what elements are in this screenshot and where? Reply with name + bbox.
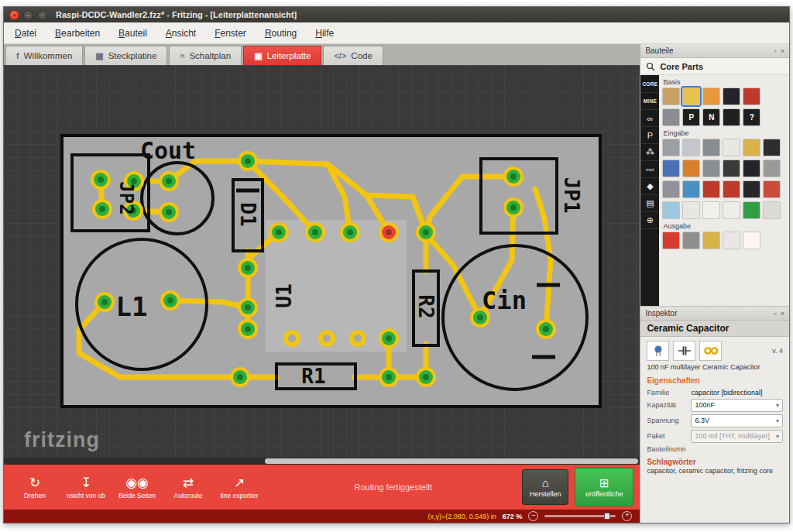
- close-panel-icon[interactable]: ×: [781, 47, 784, 55]
- menu-datei[interactable]: Datei: [15, 28, 36, 39]
- kapazitaet-dropdown[interactable]: 100nF▾: [691, 399, 783, 412]
- part-rotary-potentiometer[interactable]: [662, 139, 680, 156]
- part-pushbutton[interactable]: [763, 139, 781, 156]
- part-tilt-sensor[interactable]: [662, 201, 680, 219]
- part-ceramic-capacitor[interactable]: [682, 88, 700, 105]
- part-flex-sensor[interactable]: [682, 201, 700, 219]
- pcb-view-icon[interactable]: [699, 341, 722, 361]
- fabricate-button[interactable]: ⌂ Herstellen: [522, 469, 568, 505]
- undock-icon[interactable]: ▫: [774, 310, 777, 317]
- maximize-window-button[interactable]: ▫: [37, 10, 47, 20]
- part-piezo[interactable]: [763, 160, 781, 177]
- menu-routing[interactable]: Routing: [265, 28, 297, 39]
- breadboard-view-icon[interactable]: [647, 341, 669, 361]
- autoroute-button[interactable]: ⇄ Autoroute: [163, 475, 213, 499]
- undock-icon[interactable]: ▫: [774, 47, 777, 55]
- part-ruler[interactable]: [723, 201, 740, 219]
- part-diode[interactable]: [662, 108, 680, 126]
- tab-steckplatine[interactable]: ▦ Steckplatine: [84, 46, 167, 65]
- component-label-cout[interactable]: Cout: [140, 137, 196, 164]
- part-dip-switch[interactable]: [723, 139, 740, 156]
- part-film-capacitor[interactable]: [702, 88, 720, 105]
- part-lcd[interactable]: [723, 232, 740, 249]
- menu-bauteil[interactable]: Bauteil: [118, 28, 147, 39]
- part-pnp-transistor[interactable]: P: [682, 108, 700, 126]
- parts-bin-title-row[interactable]: Core Parts: [640, 58, 789, 75]
- part-rotary-encoder[interactable]: [682, 160, 700, 177]
- menu-ansicht[interactable]: Ansicht: [166, 28, 196, 39]
- component-label-cin[interactable]: Cin: [482, 286, 527, 315]
- rail-more[interactable]: ⊕: [641, 212, 659, 229]
- export-pcb-button[interactable]: ↗ tine exportier: [215, 475, 264, 499]
- rotate-button[interactable]: ↻ Drehen: [10, 475, 60, 499]
- part-slide-potentiometer[interactable]: [662, 160, 680, 177]
- menu-bearbeiten[interactable]: Bearbeiten: [55, 28, 100, 39]
- part-transistor-to92[interactable]: [743, 180, 760, 198]
- component-label-r1[interactable]: R1: [301, 365, 325, 388]
- schematic-view-icon[interactable]: [673, 341, 695, 361]
- part-led-matrix[interactable]: [743, 232, 760, 249]
- tab-code[interactable]: </> Code: [323, 46, 383, 65]
- rail-sparkfun[interactable]: ◆: [641, 178, 659, 195]
- part-force-sensor[interactable]: [763, 180, 781, 198]
- part-mystery-part[interactable]: ?: [743, 108, 760, 126]
- part-trim-potentiometer[interactable]: [682, 139, 700, 156]
- zoom-in-button[interactable]: +: [622, 511, 632, 521]
- tab-willkommen[interactable]: f Willkommen: [5, 46, 83, 65]
- part-distance-sensor[interactable]: [662, 180, 680, 198]
- zoom-slider[interactable]: [544, 515, 616, 517]
- component-label-u1[interactable]: U1: [273, 283, 296, 307]
- rail-intel[interactable]: intel: [641, 161, 659, 178]
- rail-snootlab[interactable]: ▤: [641, 195, 659, 212]
- part-electret-microphone[interactable]: [743, 139, 760, 156]
- part-piezo-buzzer[interactable]: [702, 232, 720, 249]
- component-label-jp2[interactable]: JP2: [115, 181, 137, 215]
- rail-parallax[interactable]: P: [641, 127, 659, 144]
- part-misc-part[interactable]: [763, 201, 781, 219]
- tab-leiterplatte[interactable]: ▣ Leiterplatte: [243, 46, 321, 65]
- part-tactile-button[interactable]: [723, 160, 740, 177]
- component-label-d1[interactable]: D1: [236, 202, 259, 226]
- zoom-slider-thumb[interactable]: [604, 513, 610, 520]
- menu-fenster[interactable]: Fenster: [215, 28, 246, 39]
- part-accelerometer[interactable]: [682, 180, 700, 198]
- part-rfid-id12[interactable]: [702, 201, 720, 219]
- component-label-r2[interactable]: R2: [414, 294, 438, 318]
- part-slide-switch[interactable]: [743, 160, 760, 177]
- pcb-drawing[interactable]: CoutJP2D1JP1L1U1R1R2Cin: [4, 65, 640, 465]
- rail-core[interactable]: CORE: [641, 76, 659, 93]
- publish-button[interactable]: ⊞ eröffentliche: [575, 468, 633, 506]
- minimize-window-button[interactable]: –: [23, 10, 33, 20]
- part-toggle-switch[interactable]: [702, 160, 720, 177]
- both-sides-button[interactable]: ◉◉ Beide Seiten: [112, 475, 162, 499]
- zoom-out-button[interactable]: −: [528, 511, 538, 521]
- component-label-jp1[interactable]: JP1: [560, 177, 583, 214]
- paket-dropdown[interactable]: 100 mil [THT, multilayer]▾: [691, 430, 783, 443]
- tab-schaltplan[interactable]: ≈ Schaltplan: [169, 46, 242, 65]
- part-sparkfun-sensor[interactable]: [702, 180, 720, 198]
- close-panel-icon[interactable]: ×: [781, 310, 784, 317]
- part-sparkfun-breakout[interactable]: [723, 180, 740, 198]
- part-rotary-switch[interactable]: [702, 139, 720, 156]
- menu-hilfe[interactable]: Hilfe: [315, 28, 334, 39]
- prop-row-bauteilnummer: Bauteilnumn: [640, 444, 789, 454]
- part-inductor[interactable]: [743, 88, 760, 105]
- part-electrolytic-capacitor[interactable]: [723, 88, 740, 105]
- horizontal-scrollbar[interactable]: [4, 458, 640, 465]
- part-npn-transistor[interactable]: N: [702, 108, 720, 126]
- schematic-icon: ≈: [180, 51, 184, 60]
- part-resistor[interactable]: [662, 88, 680, 105]
- part-ic[interactable]: [723, 108, 740, 126]
- part-ic-green[interactable]: [743, 201, 760, 219]
- scrollbar-thumb[interactable]: [265, 458, 639, 464]
- view-from-top-button[interactable]: ↧ nsicht von ob: [61, 475, 111, 499]
- pcb-canvas[interactable]: CoutJP2D1JP1L1U1R1R2Cin fritzing: [4, 65, 640, 465]
- part-led[interactable]: [662, 232, 680, 249]
- rail-adafruit[interactable]: ∞: [641, 110, 659, 127]
- spannung-dropdown[interactable]: 6.3V▾: [691, 414, 783, 427]
- rail-mine[interactable]: MINE: [641, 93, 659, 110]
- close-window-button[interactable]: ×: [9, 10, 19, 20]
- component-label-l1[interactable]: L1: [116, 291, 148, 322]
- part-seven-segment[interactable]: [682, 232, 700, 249]
- rail-seeed[interactable]: ⁂: [641, 144, 659, 161]
